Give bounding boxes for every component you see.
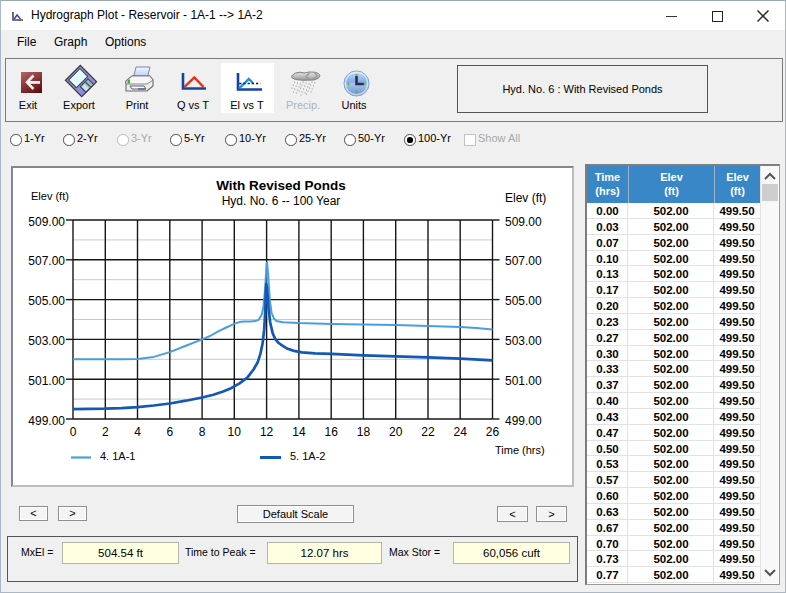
svg-text:Hyd. No. 6 -- 100 Year: Hyd. No. 6 -- 100 Year xyxy=(222,194,341,208)
svg-text:503.00: 503.00 xyxy=(28,334,65,348)
svg-text:0: 0 xyxy=(70,425,77,439)
svg-text:499.00: 499.00 xyxy=(28,414,65,428)
svg-text:Time (hrs): Time (hrs) xyxy=(495,444,545,456)
svg-text:509.00: 509.00 xyxy=(505,215,542,229)
svg-text:6: 6 xyxy=(166,425,173,439)
svg-text:507.00: 507.00 xyxy=(28,254,65,268)
svg-text:8: 8 xyxy=(199,425,206,439)
svg-text:5. 1A-2: 5. 1A-2 xyxy=(290,450,325,462)
svg-text:501.00: 501.00 xyxy=(505,374,542,388)
svg-text:18: 18 xyxy=(357,425,371,439)
svg-text:20: 20 xyxy=(389,425,403,439)
svg-text:505.00: 505.00 xyxy=(28,294,65,308)
svg-text:With Revised Ponds: With Revised Ponds xyxy=(216,178,346,193)
svg-text:509.00: 509.00 xyxy=(28,215,65,229)
svg-text:499.00: 499.00 xyxy=(505,414,542,428)
svg-text:Elev (ft): Elev (ft) xyxy=(505,191,546,205)
svg-text:503.00: 503.00 xyxy=(505,334,542,348)
svg-text:4. 1A-1: 4. 1A-1 xyxy=(100,450,135,462)
svg-text:24: 24 xyxy=(454,425,468,439)
svg-text:Elev (ft): Elev (ft) xyxy=(31,190,69,202)
svg-text:507.00: 507.00 xyxy=(505,254,542,268)
svg-text:12: 12 xyxy=(260,425,274,439)
svg-text:10: 10 xyxy=(228,425,242,439)
svg-text:501.00: 501.00 xyxy=(28,374,65,388)
svg-text:22: 22 xyxy=(421,425,435,439)
svg-text:16: 16 xyxy=(325,425,339,439)
svg-text:4: 4 xyxy=(134,425,141,439)
svg-text:14: 14 xyxy=(292,425,306,439)
svg-text:2: 2 xyxy=(102,425,109,439)
svg-text:505.00: 505.00 xyxy=(505,294,542,308)
svg-text:26: 26 xyxy=(486,425,500,439)
